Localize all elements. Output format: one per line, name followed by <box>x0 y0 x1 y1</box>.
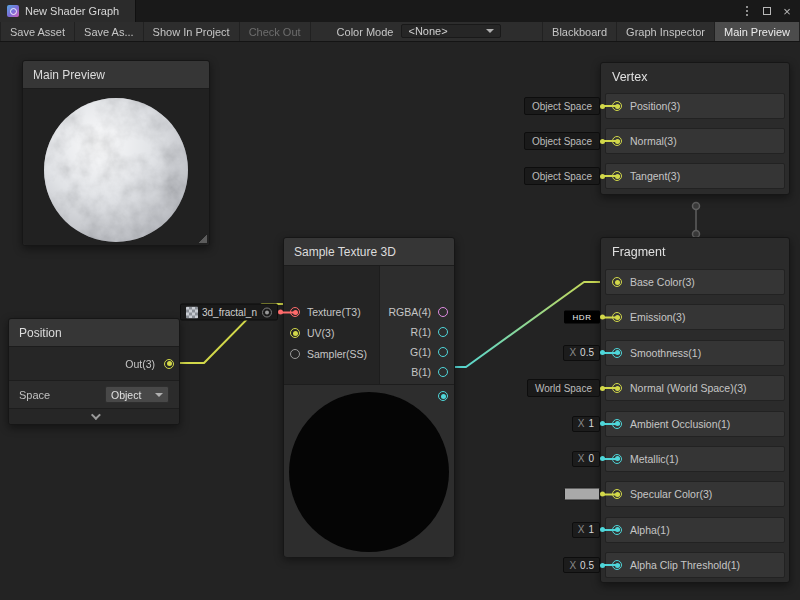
metallic-port[interactable] <box>612 454 622 464</box>
alpha-clip-port[interactable] <box>612 560 622 570</box>
shader-graph-icon <box>7 5 19 17</box>
vertex-connector-dot <box>693 203 700 210</box>
main-preview-body <box>23 89 209 245</box>
sampler-input-port[interactable] <box>290 349 300 359</box>
alpha-port[interactable] <box>612 525 622 535</box>
uv-input-port[interactable] <box>290 328 300 338</box>
metallic-float-field[interactable]: X 0 <box>572 451 600 467</box>
block-label: Base Color(3) <box>630 276 695 288</box>
texture-input-port[interactable] <box>290 307 300 317</box>
object-picker-icon[interactable] <box>262 307 272 317</box>
vertex-node-title: Vertex <box>601 63 789 91</box>
fragment-block-specular-color[interactable]: Specular Color(3) <box>605 481 785 507</box>
ambient-occlusion-float-field[interactable]: X 1 <box>572 416 600 432</box>
node-title: Position <box>19 326 62 340</box>
position-node[interactable]: Position Out(3) Space Object <box>8 318 180 425</box>
fragment-block-metallic[interactable]: X 0 Metallic(1) <box>605 446 785 472</box>
space-dropdown[interactable]: Object <box>105 386 169 403</box>
sample-texture-3d-node[interactable]: Sample Texture 3D 3d_fractal_n T <box>283 237 455 557</box>
output-row-r: R(1) <box>411 324 454 340</box>
tangent-port[interactable] <box>612 171 622 181</box>
emission-hdr-color-field[interactable]: HDR <box>564 311 600 324</box>
block-label: Alpha(1) <box>630 524 670 536</box>
float-value: 0 <box>588 453 594 464</box>
r-output-port[interactable] <box>438 327 448 337</box>
main-preview-panel[interactable]: Main Preview <box>22 60 210 246</box>
smoothness-float-field[interactable]: X 0.5 <box>563 345 600 361</box>
fragment-node[interactable]: Fragment Base Color(3) HDR Emission(3) <box>600 237 790 583</box>
fragment-block-normal-ws[interactable]: World Space Normal (World Space)(3) <box>605 375 785 401</box>
specular-color-port[interactable] <box>612 489 622 499</box>
toolbar-right-group: Blackboard Graph Inspector Main Preview <box>542 22 800 41</box>
ambient-occlusion-port[interactable] <box>612 419 622 429</box>
node-preview-sphere <box>289 392 449 552</box>
node-title: Sample Texture 3D <box>294 245 396 259</box>
fragment-block-base-color[interactable]: Base Color(3) <box>605 269 785 295</box>
dropdown-arrow-icon <box>486 29 494 33</box>
resize-grip-icon[interactable] <box>198 234 207 243</box>
out-port[interactable] <box>164 359 174 369</box>
document-tab[interactable]: New Shader Graph <box>0 0 136 22</box>
emission-port[interactable] <box>612 312 622 322</box>
g-output-port[interactable] <box>438 347 448 357</box>
close-icon[interactable]: × <box>777 0 797 22</box>
vertex-blocks: Object Space Position(3) Object Space No… <box>601 93 789 189</box>
alpha-float-field[interactable]: X 1 <box>572 522 600 538</box>
color-mode-dropdown[interactable]: <None> <box>401 24 501 38</box>
maximize-icon[interactable] <box>757 0 777 22</box>
b-output-port[interactable] <box>438 367 448 377</box>
texture-object-field[interactable]: 3d_fractal_n <box>180 304 278 321</box>
base-color-port[interactable] <box>612 277 622 287</box>
collapse-bar[interactable] <box>9 409 179 424</box>
normal-ws-port[interactable] <box>612 383 622 393</box>
position-space-control: Object Space <box>524 97 620 115</box>
port-label: B(1) <box>411 366 431 378</box>
preview-sphere-image <box>41 95 191 245</box>
dropdown-arrow-icon <box>155 393 163 397</box>
port-label: G(1) <box>410 346 431 358</box>
fragment-block-alpha[interactable]: X 1 Alpha(1) <box>605 517 785 543</box>
color-mode-value: <None> <box>408 25 447 37</box>
position-port[interactable] <box>612 101 622 111</box>
vertex-block-position[interactable]: Object Space Position(3) <box>605 93 785 119</box>
fragment-block-emission[interactable]: HDR Emission(3) <box>605 304 785 330</box>
rgba-output-port[interactable] <box>438 307 448 317</box>
block-label: Emission(3) <box>630 311 685 323</box>
graph-inspector-toggle-button[interactable]: Graph Inspector <box>617 22 715 41</box>
sample-texture-3d-title-bar[interactable]: Sample Texture 3D <box>284 238 454 266</box>
color-mode-label: Color Mode <box>311 22 402 41</box>
vertex-block-normal[interactable]: Object Space Normal(3) <box>605 128 785 154</box>
alpha-clip-float-field[interactable]: X 0.5 <box>563 557 600 573</box>
x-prefix: X <box>578 453 585 464</box>
sample-texture-3d-ports: 3d_fractal_n Texture(T3) UV(3) Sampler(S… <box>284 266 454 384</box>
normal-space-dropdown[interactable]: Object Space <box>524 132 600 150</box>
title-bar: New Shader Graph × <box>0 0 800 22</box>
show-in-project-button[interactable]: Show In Project <box>144 22 240 41</box>
main-preview-toggle-button[interactable]: Main Preview <box>715 22 800 41</box>
x-prefix: X <box>578 524 585 535</box>
main-preview-header[interactable]: Main Preview <box>23 61 209 89</box>
specular-color-field[interactable] <box>564 488 600 501</box>
main-preview-title: Main Preview <box>33 68 105 82</box>
smoothness-port[interactable] <box>612 348 622 358</box>
menu-icon[interactable] <box>737 0 757 22</box>
normal-ws-space-dropdown[interactable]: World Space <box>527 379 600 397</box>
tangent-space-dropdown[interactable]: Object Space <box>524 167 600 185</box>
blackboard-toggle-button[interactable]: Blackboard <box>542 22 617 41</box>
normal-port[interactable] <box>612 136 622 146</box>
vertex-block-tangent[interactable]: Object Space Tangent(3) <box>605 163 785 189</box>
save-asset-button[interactable]: Save Asset <box>0 22 75 41</box>
fragment-block-smoothness[interactable]: X 0.5 Smoothness(1) <box>605 340 785 366</box>
fragment-block-ambient-occlusion[interactable]: X 1 Ambient Occlusion(1) <box>605 411 785 437</box>
position-node-title-bar[interactable]: Position <box>9 319 179 347</box>
fragment-block-alpha-clip[interactable]: X 0.5 Alpha Clip Threshold(1) <box>605 552 785 578</box>
graph-canvas[interactable]: Main Preview <box>0 42 800 600</box>
input-row-uv: UV(3) <box>284 325 334 341</box>
square-icon <box>763 7 771 15</box>
fragment-node-title: Fragment <box>601 238 789 266</box>
a-output-port[interactable] <box>438 391 448 401</box>
save-as-button[interactable]: Save As... <box>75 22 144 41</box>
port-label: Texture(T3) <box>307 306 361 318</box>
vertex-node[interactable]: Vertex Object Space Position(3) Object S… <box>600 62 790 195</box>
position-space-dropdown[interactable]: Object Space <box>524 97 600 115</box>
